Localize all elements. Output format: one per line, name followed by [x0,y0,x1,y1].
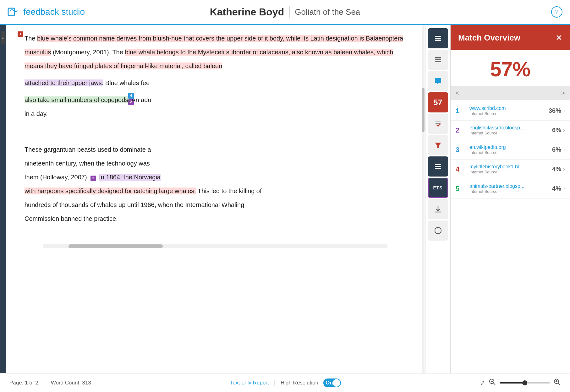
text-only-report-link[interactable]: Text-only Report [230,380,269,386]
paragraph-1b: attached to their upper jaws. Blue whale… [25,76,406,90]
toggle-on-label: On [326,380,333,386]
filter-button[interactable] [428,135,448,155]
help-button[interactable]: ? [551,6,562,18]
match-panel: Match Overview ✕ 57% < > 1 www.scribd.co… [451,25,570,373]
text-segment: in a day. [25,110,48,117]
match-rank-3: 3 [456,146,466,154]
match-type-3: Internet Source [469,150,543,155]
zoom-in-button[interactable] [554,378,561,387]
document-title: Goliath of the Sea [295,7,360,17]
layers-icon [434,34,442,43]
match-type-5: Internet Source [469,189,543,194]
match-info-3: en.wikipedia.org Internet Source [466,144,547,155]
expand-button[interactable]: ⤢ [480,379,485,387]
match-item-3[interactable]: 3 en.wikipedia.org Internet Source 6% › [451,140,570,160]
match-url-4: mylittlehistorybook1.bl... [469,164,543,170]
svg-rect-10 [435,164,441,165]
match-item-5[interactable]: 5 animals-partner.blogsp... Internet Sou… [451,179,570,199]
layers3-button[interactable] [428,156,448,177]
left-panel: ≡ [0,25,6,373]
header-center: Katherine Boyd Goliath of the Sea [210,6,360,18]
download-icon [434,205,442,214]
highlighted-text: also take small numbers of copepods. [25,96,130,103]
v-scrollbar-thumb[interactable] [422,88,425,132]
match-url-2: englishclassrdc.blogsp... [469,125,543,131]
logo-text: feedback studio [23,7,85,17]
svg-rect-5 [435,59,441,60]
para-num-3: 3 [90,176,96,181]
comment-button[interactable] [428,71,448,91]
high-resolution-toggle[interactable]: On [323,378,341,387]
zoom-in-icon [554,378,561,385]
score-value: 57 [433,98,442,107]
match-percentage: 57% [451,50,570,86]
app-header: feedback studio Katherine Boyd Goliath o… [0,0,570,25]
toggle-container: On [323,378,341,387]
para-num-1: 1 [18,31,23,37]
match-pct-1: 36% [547,107,561,114]
match-type-2: Internet Source [469,131,543,135]
match-header: Match Overview ✕ [451,25,570,50]
zoom-slider[interactable] [500,382,550,384]
high-resolution-label: High Resolution [281,380,318,386]
match-nav-next[interactable]: > [561,90,565,97]
svg-rect-1 [435,36,441,37]
svg-rect-4 [435,57,441,58]
match-arrow-2[interactable]: › [563,127,565,133]
zoom-out-button[interactable] [489,378,496,387]
match-arrow-1[interactable]: › [563,107,565,114]
match-pct-5: 4% [547,185,561,192]
svg-rect-3 [435,40,441,41]
zoom-slider-thumb[interactable] [522,380,527,385]
match-item-2[interactable]: 2 englishclassrdc.blogsp... Internet Sou… [451,121,570,140]
footer: Page: 1 of 2 Word Count: 313 Text-only R… [0,373,570,392]
document-area[interactable]: 1 The blue whale's common name derives f… [6,25,425,373]
match-source-list: 1 www.scribd.com Internet Source 36% › 2… [451,101,570,373]
toggle-knob [333,379,340,387]
match-arrow-3[interactable]: › [563,146,565,153]
footer-separator: | [274,379,276,386]
score-badge[interactable]: 57 [428,92,448,112]
h-scrollbar-thumb[interactable] [69,244,163,248]
svg-rect-12 [435,168,441,169]
filter-icon [434,141,442,150]
h-scrollbar[interactable] [43,244,387,248]
svg-rect-2 [435,38,441,39]
page-info: Page: 1 of 2 [9,380,38,386]
info-icon: i [434,226,442,235]
layers-button[interactable] [428,28,448,48]
ets-button[interactable]: ETS [428,178,448,198]
match-nav-prev[interactable]: < [456,90,459,97]
word-count: Word Count: 313 [51,380,91,386]
match-type-1: Internet Source [469,111,543,116]
zoom-slider-container [500,382,550,384]
layers2-button[interactable] [428,50,448,70]
logo-area: feedback studio [8,6,85,18]
match-url-1: www.scribd.com [469,106,543,111]
match-info-5: animals-partner.blogsp... Internet Sourc… [466,183,547,194]
download-button[interactable] [428,199,448,219]
footer-left: Page: 1 of 2 Word Count: 313 [9,380,91,386]
match-item-1[interactable]: 1 www.scribd.com Internet Source 36% › [451,101,570,121]
paragraph-1: 1 The blue whale's common name derives f… [25,31,406,73]
match-navigation: < > [451,86,570,100]
header-divider [289,6,290,18]
collapse-button[interactable]: ≡ [1,31,5,44]
match-arrow-5[interactable]: › [563,185,565,192]
highlighted-text: In 1864, the Norwegia [99,174,161,181]
v-scrollbar[interactable] [422,25,425,373]
svg-rect-0 [8,8,14,16]
match-pct-3: 6% [547,146,561,153]
match-rank-1: 1 [456,107,466,115]
match-close-button[interactable]: ✕ [556,33,562,43]
layers2-icon [434,55,442,64]
rubric-button[interactable] [428,114,448,134]
info-button[interactable]: i [428,220,448,241]
text-segment: The [25,35,37,42]
match-rank-2: 2 [456,126,466,134]
match-item-4[interactable]: 4 mylittlehistorybook1.bl... Internet So… [451,160,570,179]
highlighted-text: with harpoons specifically designed for … [25,188,196,194]
match-arrow-4[interactable]: › [563,166,565,172]
zoom-out-icon [489,378,496,385]
comment-icon [434,77,442,85]
